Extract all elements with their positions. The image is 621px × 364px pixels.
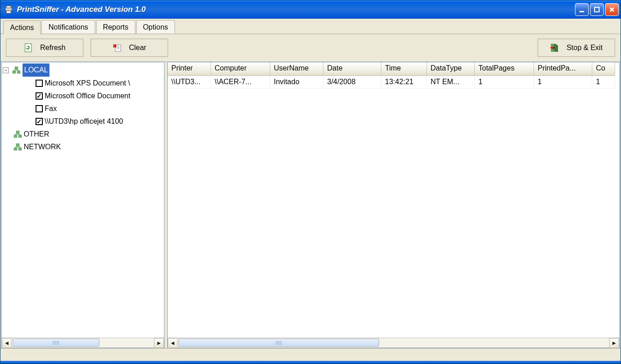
printer-tree[interactable]: − LOCAL Microsoft XPS Document \✓Microso… <box>2 62 164 338</box>
column-header[interactable]: TotalPages <box>475 62 534 76</box>
column-header[interactable]: DataType <box>427 62 475 76</box>
tree-printer-item[interactable]: Fax <box>3 102 163 115</box>
table-cell: 13:42:21 <box>381 76 427 89</box>
svg-rect-5 <box>25 44 31 52</box>
network-node-icon <box>14 130 22 138</box>
column-header[interactable]: Date <box>323 62 381 76</box>
tree-collapse-icon[interactable]: − <box>3 67 9 73</box>
svg-rect-12 <box>13 71 15 73</box>
tab-notifications[interactable]: Notifications <box>41 20 95 34</box>
minimize-button[interactable] <box>575 3 589 16</box>
svg-rect-11 <box>15 67 18 69</box>
clear-icon <box>113 43 123 53</box>
column-header[interactable]: Computer <box>211 62 270 76</box>
tree-printer-item[interactable]: ✓\\UTD3\hp officejet 4100 <box>3 115 163 128</box>
statusbar <box>0 348 621 361</box>
clear-button[interactable]: Clear <box>91 39 168 57</box>
printer-checkbox[interactable] <box>36 80 43 87</box>
app-icon <box>4 5 13 14</box>
svg-rect-4 <box>595 7 599 12</box>
printer-checkbox[interactable] <box>36 105 43 112</box>
scroll-track[interactable] <box>178 338 609 348</box>
scroll-right-button[interactable]: ► <box>154 338 164 348</box>
tree-hscrollbar[interactable]: ◄ ► <box>2 338 164 348</box>
printer-label[interactable]: \\UTD3\hp officejet 4100 <box>45 115 123 128</box>
svg-rect-17 <box>16 144 19 146</box>
window-controls <box>575 3 619 16</box>
tab-reports[interactable]: Reports <box>96 20 135 34</box>
table-cell: 1 <box>534 76 592 89</box>
table-cell: \\UTD3... <box>168 76 211 89</box>
network-node-icon <box>12 66 21 74</box>
stop-exit-button[interactable]: Stop & Exit <box>538 39 615 57</box>
refresh-button[interactable]: Refresh <box>6 39 83 57</box>
svg-rect-14 <box>16 131 19 133</box>
printer-label[interactable]: Fax <box>45 102 57 115</box>
svg-rect-2 <box>6 11 11 13</box>
titlebar[interactable]: PrintSniffer - Advanced Version 1.0 <box>0 0 621 19</box>
tab-options[interactable]: Options <box>136 20 175 34</box>
maximize-button[interactable] <box>590 3 604 16</box>
column-header[interactable]: UserName <box>270 62 323 76</box>
table-cell: NT EM... <box>427 76 475 89</box>
table-cell: 3/4/2008 <box>323 76 381 89</box>
window-title: PrintSniffer - Advanced Version 1.0 <box>17 5 575 14</box>
scroll-track[interactable] <box>12 338 154 348</box>
table-cell: 1 <box>592 76 615 89</box>
content-area: − LOCAL Microsoft XPS Document \✓Microso… <box>0 62 621 348</box>
table-cell: \\ACER-7... <box>211 76 270 89</box>
svg-rect-15 <box>14 135 17 137</box>
window-bottom-edge <box>0 361 621 364</box>
stop-exit-label: Stop & Exit <box>566 44 602 52</box>
table-body[interactable]: \\UTD3...\\ACER-7...Invitado3/4/200813:4… <box>168 76 619 338</box>
svg-rect-3 <box>580 11 584 12</box>
column-header[interactable]: Time <box>381 62 427 76</box>
table-hscrollbar[interactable]: ◄ ► <box>168 338 619 348</box>
tab-actions[interactable]: Actions <box>3 20 41 34</box>
column-header[interactable]: PrintedPa... <box>534 62 592 76</box>
exit-icon <box>550 43 560 53</box>
refresh-label: Refresh <box>40 44 66 52</box>
printer-label[interactable]: Microsoft Office Document <box>45 90 130 102</box>
app-window: PrintSniffer - Advanced Version 1.0 Acti… <box>0 0 621 364</box>
scroll-left-button[interactable]: ◄ <box>168 338 178 348</box>
svg-rect-1 <box>6 6 11 8</box>
scroll-right-button[interactable]: ► <box>609 338 619 348</box>
column-header[interactable]: Co <box>592 62 615 76</box>
toolbar: Refresh Clear Stop & Exit <box>0 34 621 62</box>
svg-rect-6 <box>115 45 121 51</box>
column-header[interactable]: Printer <box>168 62 211 76</box>
table-row[interactable]: \\UTD3...\\ACER-7...Invitado3/4/200813:4… <box>168 76 619 89</box>
printer-label[interactable]: Microsoft XPS Document \ <box>45 77 130 90</box>
svg-rect-13 <box>17 71 20 73</box>
refresh-icon <box>24 43 34 53</box>
tree-pane: − LOCAL Microsoft XPS Document \✓Microso… <box>1 62 164 348</box>
tree-printer-item[interactable]: ✓Microsoft Office Document <box>3 90 163 102</box>
printer-checkbox[interactable]: ✓ <box>36 118 43 125</box>
table-cell: 1 <box>475 76 534 89</box>
clear-label: Clear <box>129 44 146 52</box>
close-button[interactable] <box>605 3 619 16</box>
table-cell: Invitado <box>270 76 323 89</box>
tree-printer-item[interactable]: Microsoft XPS Document \ <box>3 77 163 90</box>
printer-checkbox[interactable]: ✓ <box>36 92 43 100</box>
scroll-thumb[interactable] <box>179 339 379 347</box>
tabstrip: ActionsNotificationsReportsOptions <box>0 19 621 34</box>
table-pane: PrinterComputerUserNameDateTimeDataTypeT… <box>167 62 620 348</box>
svg-rect-19 <box>19 148 21 150</box>
svg-rect-16 <box>19 135 21 137</box>
tree-node-network[interactable]: NETWORK <box>24 141 61 153</box>
network-node-icon <box>14 143 22 151</box>
scroll-left-button[interactable]: ◄ <box>2 338 12 348</box>
scroll-thumb[interactable] <box>13 339 99 347</box>
table-header: PrinterComputerUserNameDateTimeDataTypeT… <box>168 62 619 76</box>
tree-node-other[interactable]: OTHER <box>24 128 49 141</box>
svg-rect-18 <box>14 148 17 150</box>
tree-node-local[interactable]: LOCAL <box>22 63 50 77</box>
